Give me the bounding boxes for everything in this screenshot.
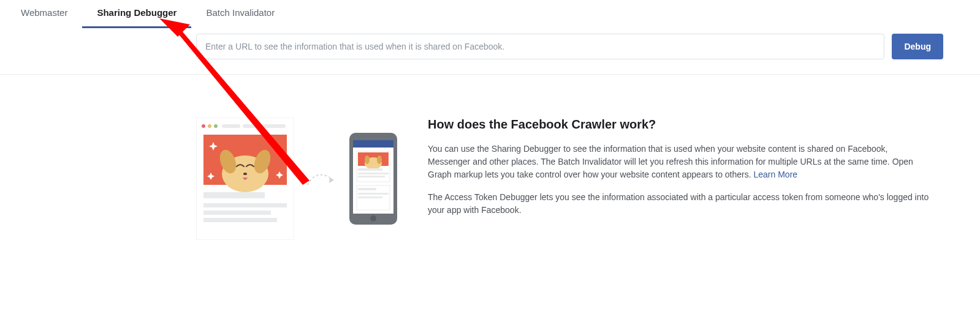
- svg-rect-18: [203, 218, 277, 222]
- svg-rect-17: [203, 211, 271, 215]
- info-paragraph-1: You can use the Sharing Debugger to see …: [428, 143, 930, 181]
- browser-card-illustration: [196, 118, 294, 240]
- svg-point-1: [202, 124, 205, 128]
- info-paragraph-2: The Access Token Debugger lets you see t…: [428, 191, 930, 217]
- tabs-bar: Webmaster Sharing Debugger Batch Invalid…: [0, 0, 980, 29]
- svg-rect-30: [358, 176, 385, 177]
- tab-webmaster[interactable]: Webmaster: [6, 0, 82, 28]
- debug-button[interactable]: Debug: [892, 34, 943, 59]
- svg-rect-22: [353, 140, 393, 148]
- learn-more-link[interactable]: Learn More: [754, 170, 798, 179]
- svg-point-3: [214, 124, 218, 128]
- svg-rect-29: [358, 173, 389, 174]
- illustration: [196, 118, 397, 240]
- phone-illustration: [349, 133, 397, 225]
- svg-point-26: [365, 155, 370, 164]
- tab-sharing-debugger[interactable]: Sharing Debugger: [82, 0, 191, 28]
- svg-rect-34: [358, 196, 382, 198]
- svg-point-27: [377, 155, 382, 164]
- tab-batch-invalidator[interactable]: Batch Invalidator: [191, 0, 289, 28]
- svg-rect-4: [222, 124, 240, 128]
- svg-rect-5: [243, 124, 286, 128]
- svg-rect-16: [203, 203, 287, 207]
- svg-rect-28: [358, 168, 382, 171]
- svg-rect-15: [203, 192, 265, 198]
- svg-marker-19: [329, 177, 334, 183]
- info-heading: How does the Facebook Crawler work?: [428, 118, 930, 132]
- svg-rect-32: [358, 188, 376, 190]
- svg-point-2: [208, 124, 211, 128]
- search-row: Debug: [0, 34, 980, 75]
- content-area: How does the Facebook Crawler work? You …: [0, 75, 980, 264]
- svg-point-14: [243, 173, 247, 175]
- transfer-arrow-icon: [306, 166, 337, 191]
- info-paragraph-1-text: You can use the Sharing Debugger to see …: [428, 144, 913, 179]
- svg-point-35: [370, 215, 376, 222]
- info-section: How does the Facebook Crawler work? You …: [428, 118, 930, 226]
- url-input[interactable]: [196, 34, 884, 59]
- svg-rect-33: [358, 193, 389, 195]
